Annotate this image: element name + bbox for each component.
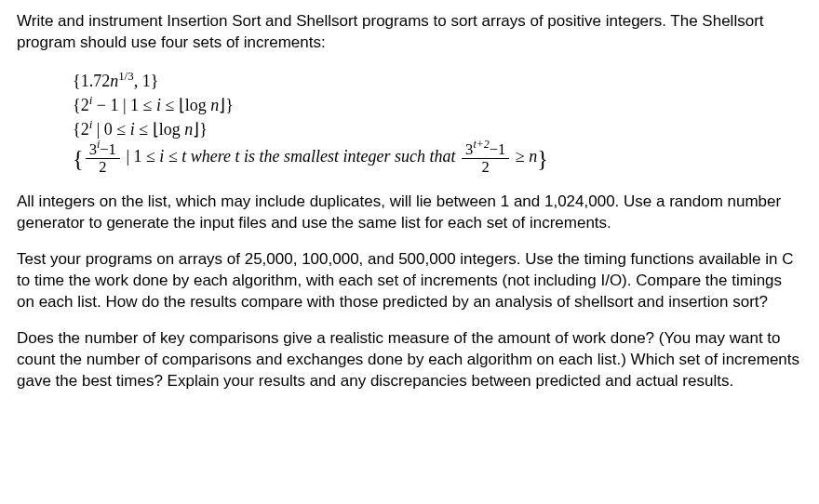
- fraction-1: 3i−12: [86, 141, 120, 175]
- brace-open: {: [73, 148, 84, 170]
- text: {2: [73, 120, 89, 139]
- var-n: n: [110, 72, 118, 90]
- formula-line-3: {2i | 0 ≤ i ≤ ⌊log n⌋}: [73, 117, 802, 141]
- text: , 1}: [134, 72, 159, 90]
- var-n: n: [184, 120, 193, 139]
- var-n: n: [210, 96, 219, 114]
- text: −1: [100, 140, 116, 158]
- fraction-2: 3t+2−12: [462, 141, 509, 175]
- text: {2: [73, 96, 89, 114]
- paragraph-2: All integers on the list, which may incl…: [17, 192, 802, 234]
- text: ≤ ⌊log: [161, 96, 210, 114]
- formula-block: {1.72n1/3, 1} {2i − 1 | 1 ≤ i ≤ ⌊log n⌋}…: [73, 69, 802, 175]
- text: ≤ ⌊log: [135, 120, 184, 139]
- text: | 0 ≤: [92, 120, 129, 139]
- exp-tplus2: t+2: [473, 139, 489, 152]
- text: ≤: [164, 147, 181, 166]
- denominator: 2: [86, 159, 120, 175]
- text: ≥: [511, 147, 529, 166]
- text: where t is the smallest integer such tha…: [186, 147, 460, 166]
- formula-line-4: {3i−12 | 1 ≤ i ≤ t where t is the smalle…: [73, 141, 802, 175]
- brace-close: }: [537, 148, 548, 170]
- exp-onethird: 1/3: [118, 69, 134, 83]
- var-n: n: [529, 147, 537, 166]
- text: 3: [89, 140, 97, 158]
- text: −1: [490, 140, 506, 158]
- paragraph-3: Test your programs on arrays of 25,000, …: [17, 249, 802, 313]
- paragraph-1: Write and instrument Insertion Sort and …: [17, 11, 802, 54]
- text: | 1 ≤: [122, 147, 159, 166]
- text: {1.72: [73, 72, 110, 90]
- paragraph-4: Does the number of key comparisons give …: [17, 328, 802, 392]
- text: ⌋}: [193, 120, 208, 139]
- text: ⌋}: [219, 96, 234, 114]
- denominator: 2: [462, 159, 509, 175]
- text: − 1 | 1 ≤: [92, 96, 156, 114]
- formula-line-1: {1.72n1/3, 1}: [73, 69, 802, 93]
- formula-line-2: {2i − 1 | 1 ≤ i ≤ ⌊log n⌋}: [73, 93, 802, 117]
